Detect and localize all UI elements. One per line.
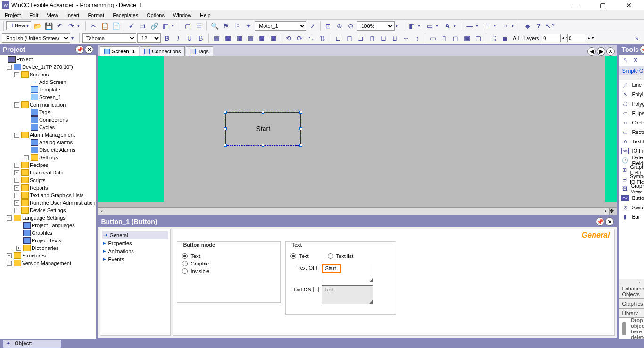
object-combo[interactable]: Motor_1 xyxy=(255,21,306,31)
same-height-icon[interactable]: ▯ xyxy=(439,33,449,43)
menu-edit[interactable]: Edit xyxy=(25,11,42,19)
tree-discrete-alarms[interactable]: Discrete Alarms xyxy=(1,146,95,154)
prop-close-icon[interactable]: ✕ xyxy=(605,217,614,226)
tool-switch[interactable]: ⊘Switch xyxy=(619,203,644,212)
maximize-button[interactable]: ▢ xyxy=(593,1,612,9)
rotate-right-icon[interactable]: ⟳ xyxy=(295,33,305,43)
resize-handle-icon-2[interactable] xyxy=(369,299,373,304)
h-scrollbar[interactable]: ‹ › ✥ xyxy=(98,207,617,215)
zoom-out-icon[interactable]: ⊖ xyxy=(346,21,356,31)
tab-tags[interactable]: Tags xyxy=(186,46,213,56)
same-width-icon[interactable]: ▭ xyxy=(428,33,438,43)
undo-icon[interactable]: ↶ xyxy=(55,21,65,31)
tree-recipes[interactable]: +Recipes xyxy=(1,161,95,169)
tab-prev-icon[interactable]: ◀ xyxy=(587,47,596,56)
tab-screen-1[interactable]: Screen_1 xyxy=(100,46,139,56)
menu-view[interactable]: View xyxy=(43,11,62,19)
device-icon[interactable]: ▦ xyxy=(160,21,171,31)
tools-pin-icon[interactable]: 📌 xyxy=(640,45,644,54)
align-obj-bottom-icon[interactable]: ⊔ xyxy=(389,33,400,43)
zoom-in-icon[interactable]: ⊕ xyxy=(334,21,345,31)
bookmark-icon[interactable]: ✦ xyxy=(243,21,254,31)
text-radio[interactable]: Text xyxy=(290,253,308,259)
tree-dictionaries[interactable]: +Dictionaries xyxy=(1,244,95,252)
tool-circle[interactable]: ○Circle xyxy=(619,118,644,127)
cut-icon[interactable]: ✂ xyxy=(88,21,99,31)
resize-handle-icon[interactable] xyxy=(369,278,373,282)
delete-drop-area[interactable]: Drop any object here to delete it. xyxy=(619,318,644,339)
screen-add-icon[interactable]: ▢ xyxy=(182,21,193,31)
tree-structures[interactable]: +Structures xyxy=(1,252,95,259)
whats-this-icon[interactable]: ? xyxy=(534,21,544,31)
tree-alarm-mgmt[interactable]: −Alarm Management xyxy=(1,131,95,139)
print-icon[interactable]: 🖨 xyxy=(488,33,499,43)
stamp-icon[interactable]: ⚒ xyxy=(632,57,639,64)
tool-button[interactable]: OKButton xyxy=(619,193,644,203)
tree-reports[interactable]: +Reports xyxy=(1,184,95,191)
prop-nav-general[interactable]: ➔General xyxy=(102,231,168,239)
flip-h-icon[interactable]: ⇋ xyxy=(306,33,316,43)
tab-connections[interactable]: Connections xyxy=(140,46,185,56)
tool-io-field[interactable]: ab|IO Field xyxy=(619,146,644,156)
tree-lang-settings[interactable]: −Language Settings xyxy=(1,214,95,222)
tree-analog-alarms[interactable]: Analog Alarms xyxy=(1,139,95,146)
align-bottom-icon[interactable]: ▦ xyxy=(268,33,278,43)
panel-close-icon[interactable]: ✕ xyxy=(85,45,93,54)
strikethrough-icon[interactable]: B xyxy=(196,33,206,43)
align-obj-left-icon[interactable]: ⊏ xyxy=(333,33,343,43)
tree-screen-1[interactable]: Screen_1 xyxy=(1,93,95,101)
tool-graphic-io-field[interactable]: ⊞Graphic IO Field xyxy=(619,165,644,174)
zoom-combo[interactable]: 100% xyxy=(357,21,395,31)
fill-color-icon[interactable]: ◧ xyxy=(406,21,417,31)
italic-icon[interactable]: I xyxy=(173,33,183,43)
mode-invisible-radio[interactable]: Invisible xyxy=(182,268,275,274)
transfer-icon[interactable]: ⇉ xyxy=(138,21,148,31)
tree-proj-langs[interactable]: Project Languages xyxy=(1,222,95,229)
help-icon[interactable]: ◆ xyxy=(522,21,533,31)
distribute-v-icon[interactable]: ↕ xyxy=(412,33,422,43)
menu-faceplates[interactable]: Faceplates xyxy=(109,11,142,19)
tool-graphics-view[interactable]: 🖼Graphics View xyxy=(619,184,644,193)
menu-project[interactable]: Project xyxy=(1,11,25,19)
redo-icon[interactable]: ↷ xyxy=(66,21,76,31)
undo-dropdown[interactable]: ▾ xyxy=(77,23,83,28)
arrow-icon[interactable]: ↔ xyxy=(500,21,511,31)
tree-graphics[interactable]: Graphics xyxy=(1,229,95,237)
menu-options[interactable]: Options xyxy=(143,11,168,19)
rotate-left-icon[interactable]: ⟲ xyxy=(283,33,294,43)
tree-template[interactable]: Template xyxy=(1,86,95,93)
layer-to[interactable] xyxy=(567,34,586,42)
context-help-icon[interactable]: ↖? xyxy=(545,21,555,31)
align-top-icon[interactable]: ▦ xyxy=(245,33,256,43)
tool-symbolic-io-field[interactable]: ⊟Symbolic IO Field xyxy=(619,174,644,184)
lang-dropdown[interactable]: ▾ xyxy=(71,35,77,41)
check-icon[interactable]: ✔ xyxy=(126,21,137,31)
text-color-icon[interactable]: A xyxy=(442,21,453,31)
tool-rectangle[interactable]: ▭Rectangle xyxy=(619,127,644,137)
tool-polygon[interactable]: ⬠Polygon xyxy=(619,99,644,108)
language-combo[interactable]: English (United States) xyxy=(2,33,70,43)
canvas-grid[interactable]: Start xyxy=(164,56,605,202)
size-combo[interactable]: 12 xyxy=(137,33,161,43)
device-dropdown[interactable]: ▾ xyxy=(172,23,177,28)
tree-settings[interactable]: +Settings xyxy=(1,154,95,161)
tools-category-simple[interactable]: Simple Objects xyxy=(619,66,644,75)
tree-historical[interactable]: +Historical Data xyxy=(1,169,95,176)
layers-icon[interactable]: ≣ xyxy=(500,33,510,43)
tools-category-graphics[interactable]: Graphics xyxy=(619,299,644,308)
tool-bar[interactable]: ▮Bar xyxy=(619,212,644,222)
menu-insert[interactable]: Insert xyxy=(63,11,83,19)
tree-text-gfx[interactable]: +Text and Graphics Lists xyxy=(1,191,95,199)
tree-scripts[interactable]: +Scripts xyxy=(1,176,95,184)
wrench-icon[interactable]: ✦ xyxy=(642,57,644,64)
line-style-icon[interactable]: — xyxy=(464,21,475,31)
tab-close-icon[interactable]: ✕ xyxy=(606,47,615,56)
toolbar-chevron-icon[interactable]: » xyxy=(632,33,642,43)
tools-category-enhanced[interactable]: Enhanced Objects xyxy=(619,284,644,299)
text-off-input[interactable] xyxy=(322,264,341,273)
tree-connections[interactable]: Connections xyxy=(1,116,95,124)
pin-icon[interactable]: 📌 xyxy=(75,45,84,54)
tree-device-settings[interactable]: +Device Settings xyxy=(1,207,95,214)
prop-nav-animations[interactable]: ▸Animations xyxy=(102,247,168,255)
pointer-icon[interactable]: ↖ xyxy=(621,57,629,64)
